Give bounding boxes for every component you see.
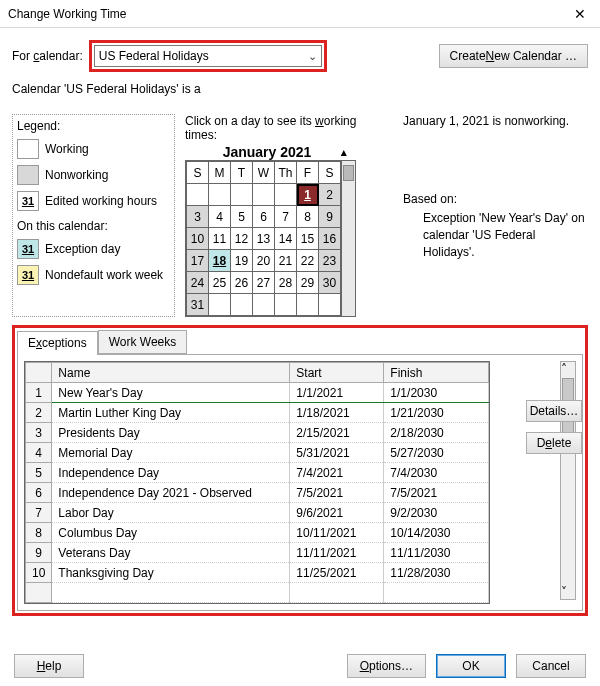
col-start[interactable]: Start: [290, 363, 384, 383]
based-on-label: Based on:: [403, 192, 588, 206]
legend-subheader: On this calendar:: [17, 219, 170, 233]
legend-label-edited: Edited working hours: [45, 194, 157, 208]
tab-exceptions[interactable]: Exceptions: [17, 331, 98, 355]
legend-swatch-exception: 31: [17, 239, 39, 259]
legend-swatch-working: [17, 139, 39, 159]
dialog-footer: Help Options… OK Cancel: [0, 654, 600, 678]
table-row[interactable]: 1New Year's Day1/1/20211/1/2030: [26, 383, 489, 403]
tab-bar: Exceptions Work Weeks: [17, 330, 583, 355]
calendar-scrollbar[interactable]: [342, 160, 356, 317]
calendar-hint: Click on a day to see its working times:: [185, 114, 385, 142]
options-button[interactable]: Options…: [347, 654, 426, 678]
for-calendar-label: For calendar:: [12, 49, 83, 63]
scroll-up-icon[interactable]: ˄: [561, 362, 575, 376]
calendar-month: January 2021: [223, 144, 312, 160]
col-name[interactable]: Name: [52, 363, 290, 383]
table-row[interactable]: 8Columbus Day10/11/202110/14/2030: [26, 523, 489, 543]
create-new-calendar-button[interactable]: Create New Calendar …: [439, 44, 588, 68]
window-title: Change Working Time: [8, 7, 560, 21]
table-row[interactable]: 9Veterans Day11/11/202111/11/2030: [26, 543, 489, 563]
close-button[interactable]: ✕: [560, 0, 600, 28]
table-row[interactable]: 7Labor Day9/6/20219/2/2030: [26, 503, 489, 523]
legend-label-nonworking: Nonworking: [45, 168, 108, 182]
ok-button[interactable]: OK: [436, 654, 506, 678]
table-row[interactable]: 2Martin Luther King Day1/18/20211/21/203…: [26, 403, 489, 423]
calendar-select-highlight: US Federal Holidays ⌄: [89, 40, 327, 72]
help-button[interactable]: Help: [14, 654, 84, 678]
legend-label-nondefault: Nondefault work week: [45, 268, 163, 282]
details-button[interactable]: Details…: [526, 400, 582, 422]
exceptions-table[interactable]: Name Start Finish 1New Year's Day1/1/202…: [24, 361, 490, 604]
calendar-select[interactable]: US Federal Holidays ⌄: [94, 45, 322, 67]
calendar-select-value: US Federal Holidays: [99, 49, 209, 63]
legend-panel: Legend: Working Nonworking 31Edited work…: [12, 114, 175, 317]
legend-header: Legend:: [17, 119, 170, 133]
calendar-day-selected[interactable]: 1: [297, 184, 319, 206]
scroll-down-icon[interactable]: ˅: [561, 585, 575, 599]
legend-swatch-edited: 31: [17, 191, 39, 211]
table-row[interactable]: 3Presidents Day2/15/20212/18/2030: [26, 423, 489, 443]
chevron-down-icon: ⌄: [308, 50, 317, 63]
calendar-caption: January 2021 ▴: [185, 144, 385, 160]
based-on-text: Exception 'New Year's Day' on calendar '…: [423, 210, 588, 260]
col-finish[interactable]: Finish: [384, 363, 489, 383]
table-header-row: Name Start Finish: [26, 363, 489, 383]
calendar-description: Calendar 'US Federal Holidays' is a: [12, 82, 588, 96]
day-status-text: January 1, 2021 is nonworking.: [403, 114, 588, 128]
table-row[interactable]: 4Memorial Day5/31/20215/27/2030: [26, 443, 489, 463]
legend-label-working: Working: [45, 142, 89, 156]
legend-swatch-nonworking: [17, 165, 39, 185]
calendar-day-today[interactable]: 18: [209, 250, 231, 272]
delete-button[interactable]: Delete: [526, 432, 582, 454]
scrollbar-thumb[interactable]: [343, 165, 354, 181]
table-row[interactable]: 5Independence Day7/4/20217/4/2030: [26, 463, 489, 483]
exceptions-highlight: Exceptions Work Weeks Name Start Finish …: [12, 325, 588, 616]
legend-swatch-nondefault: 31: [17, 265, 39, 285]
title-bar: Change Working Time ✕: [0, 0, 600, 28]
table-row[interactable]: [26, 583, 489, 603]
month-calendar[interactable]: SMTWThFS 1 2 3 45678 9: [185, 160, 342, 317]
cancel-button[interactable]: Cancel: [516, 654, 586, 678]
legend-label-exception: Exception day: [45, 242, 120, 256]
close-icon: ✕: [574, 6, 586, 22]
table-row[interactable]: 10Thanksgiving Day11/25/202111/28/2030: [26, 563, 489, 583]
table-scrollbar[interactable]: ˄ ˅: [560, 361, 576, 600]
table-row[interactable]: 6Independence Day 2021 - Observed7/5/202…: [26, 483, 489, 503]
up-arrow-icon[interactable]: ▴: [341, 146, 347, 159]
tab-work-weeks[interactable]: Work Weeks: [98, 330, 188, 354]
calendar-dow-row: SMTWThFS: [187, 162, 341, 184]
